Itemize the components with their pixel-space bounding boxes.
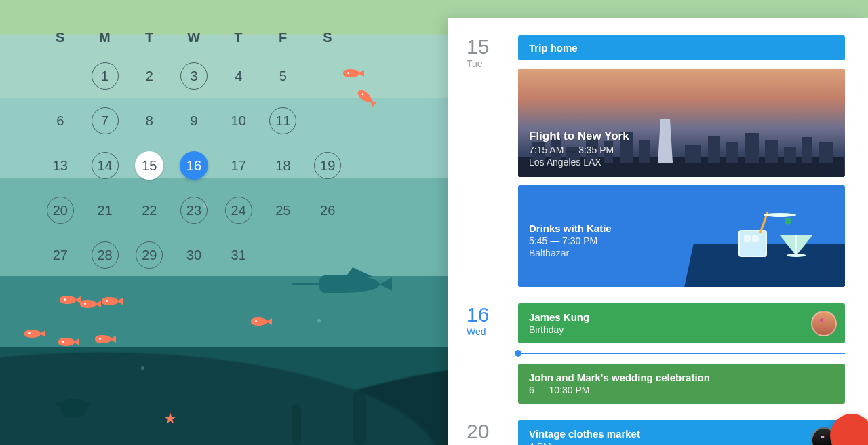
svg-rect-8 [685,145,701,163]
event-market[interactable]: Vintage clothes market 4 PM [518,420,845,445]
schedule-panel: 15 Tue Trip home [448,18,868,445]
svg-rect-9 [708,136,720,163]
events-column: Trip home [518,35,845,287]
calendar-day[interactable]: 23 [172,195,216,226]
svg-rect-15 [819,142,833,163]
calendar-day[interactable]: 20 [38,195,83,226]
svg-rect-17 [665,119,666,122]
date-dow: Tue [467,58,503,69]
dow-label: S [305,30,350,45]
day-number: 20 [53,203,68,218]
event-time: 5:45 — 7:30 PM [529,235,612,246]
event-wedding[interactable]: John and Mark's wedding celebration 6 — … [518,364,845,404]
svg-rect-12 [765,140,778,163]
bubble-icon [141,366,144,370]
calendar-day[interactable]: 21 [83,195,127,226]
calendar-day[interactable]: 15 [127,150,172,181]
day-number: 5 [279,69,287,84]
day-group-16: 16 Wed James Kung Birthday John and Mark… [467,303,845,404]
svg-marker-16 [658,119,673,163]
calendar-day[interactable]: 9 [172,105,216,136]
calendar-day[interactable]: 1 [83,60,127,92]
calendar-day [38,60,83,92]
fish-icon [251,317,267,326]
dow-label: F [261,30,306,45]
event-time: 7:15 AM — 3:35 PM [529,144,629,155]
day-number: 15 [142,158,157,174]
fish-icon [102,297,118,305]
dow-label: M [83,30,127,45]
calendar-day[interactable]: 30 [172,239,216,271]
calendar-day [261,239,306,271]
calendar-day[interactable]: 22 [127,195,172,226]
calendar-day[interactable]: 13 [38,150,83,181]
day-number: 10 [231,113,246,129]
drinks-text: Drinks with Katie 5:45 — 7:30 PM Balthaz… [529,222,612,258]
svg-rect-10 [726,142,738,163]
day-number: 4 [235,69,242,84]
calendar-day[interactable]: 18 [261,150,306,181]
martini-icon [780,235,812,256]
day-number: 25 [275,203,290,218]
tumbler-icon [738,230,767,257]
calendar-dow-row: S M T W T F S [38,30,350,45]
date-column[interactable]: 16 Wed [467,303,503,404]
calendar-day[interactable]: 3 [172,60,216,92]
calendar-day[interactable]: 8 [127,105,172,136]
day-number: 27 [53,248,68,263]
swordfish-fin [346,267,373,277]
fish-icon [24,330,41,338]
turtle-icon [60,399,87,418]
day-number: 2 [146,69,153,84]
calendar-day[interactable]: 26 [305,195,350,226]
calendar-day[interactable]: 28 [83,239,127,271]
event-drinks[interactable]: Drinks with Katie 5:45 — 7:30 PM Balthaz… [518,185,845,287]
calendar-day[interactable]: 16 [172,150,216,181]
day-group-15: 15 Tue Trip home [467,35,845,287]
calendar-day[interactable]: 6 [38,105,83,136]
date-number: 15 [467,37,503,57]
event-flight[interactable]: Flight to New York 7:15 AM — 3:35 PM Los… [518,69,845,177]
day-number: 16 [186,158,201,174]
day-number: 17 [231,158,246,174]
calendar-day[interactable]: 19 [305,150,350,181]
calendar-day[interactable]: 7 [83,105,127,136]
fish-icon [95,335,111,343]
date-column[interactable]: 15 Tue [467,35,503,287]
calendar-day[interactable]: 2 [127,60,172,92]
dow-label: T [127,30,172,45]
svg-rect-11 [745,133,760,163]
calendar-day[interactable]: 11 [261,105,306,136]
day-number: 18 [275,158,290,174]
event-subtitle: Birthday [529,324,834,335]
event-trip-home[interactable]: Trip home [518,35,845,60]
events-column: James Kung Birthday John and Mark's wedd… [518,303,845,404]
event-title: Drinks with Katie [529,222,612,234]
fish-icon [80,300,96,308]
calendar-day[interactable]: 14 [83,150,127,181]
calendar-day[interactable]: 29 [127,239,172,271]
calendar-day[interactable]: 4 [216,60,261,92]
bubble-icon [317,319,321,322]
calendar-day [305,105,350,136]
day-number: 21 [97,203,112,218]
date-column[interactable]: 20 Sun [467,420,503,445]
day-number: 28 [97,248,112,263]
create-event-fab[interactable] [830,414,868,445]
calendar-day[interactable]: 27 [38,239,83,271]
calendar-day[interactable]: 24 [216,195,261,226]
calendar-day[interactable]: 10 [216,105,261,136]
day-number: 13 [53,158,68,174]
day-number: 7 [101,113,108,129]
calendar-day[interactable]: 17 [216,150,261,181]
svg-rect-7 [639,140,650,163]
fish-icon [58,338,75,346]
calendar-day[interactable]: 31 [216,239,261,271]
fish-icon [60,296,76,304]
day-number: 11 [275,113,290,129]
seaweed-icon [292,404,301,445]
calendar-day[interactable]: 5 [261,60,306,92]
calendar-day[interactable]: 25 [261,195,306,226]
day-group-20: 20 Sun Vintage clothes market 4 PM [467,420,845,445]
event-birthday[interactable]: James Kung Birthday [518,303,845,343]
